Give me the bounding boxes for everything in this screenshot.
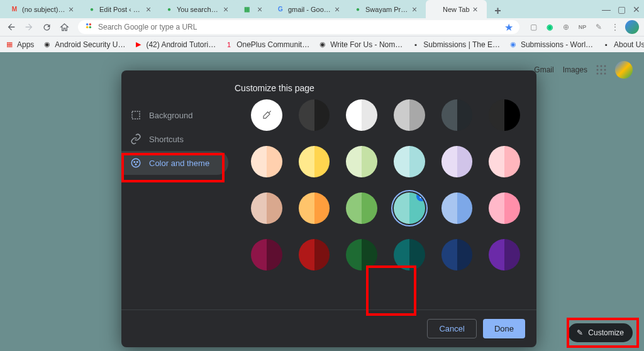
color-swatch[interactable] bbox=[251, 192, 282, 224]
bookmark-item[interactable]: ▪About Us | The Exp… bbox=[602, 40, 644, 49]
bookmark-item[interactable]: ◉Android Security U… bbox=[43, 40, 125, 49]
tab-close-icon[interactable]: × bbox=[335, 5, 343, 14]
bookmark-label: Submissions - Worl… bbox=[521, 40, 593, 49]
images-link[interactable]: Images bbox=[563, 65, 587, 74]
menu-icon[interactable]: ⋮ bbox=[609, 21, 621, 33]
browser-tab[interactable]: ●Swayam Prakasl× bbox=[348, 0, 426, 18]
bookmark-favicon: ▶ bbox=[134, 40, 143, 49]
color-swatch[interactable] bbox=[299, 99, 330, 131]
tab-close-icon[interactable]: × bbox=[257, 5, 266, 14]
color-swatch[interactable] bbox=[299, 239, 330, 270]
color-swatch[interactable] bbox=[489, 239, 520, 270]
tab-close-icon[interactable]: × bbox=[146, 5, 155, 14]
customize-button[interactable]: ✎ Customize bbox=[568, 323, 633, 342]
star-icon[interactable]: ★ bbox=[504, 21, 513, 33]
search-icon bbox=[84, 21, 93, 33]
browser-tab[interactable]: ●Edit Post ‹ Get D× bbox=[82, 0, 160, 18]
sidebar-item-color-and-theme[interactable]: Color and theme bbox=[121, 151, 228, 175]
bookmark-item[interactable]: ◉Write For Us - Nom… bbox=[318, 40, 402, 49]
browser-tab[interactable]: Ggmail - Google S× bbox=[271, 0, 348, 18]
bookmark-item[interactable]: ▦Apps bbox=[5, 40, 34, 49]
bookmark-favicon: ◉ bbox=[509, 40, 518, 49]
color-swatch[interactable] bbox=[299, 146, 330, 177]
color-swatch[interactable] bbox=[251, 146, 282, 177]
sidebar-icon bbox=[130, 133, 142, 145]
color-swatch[interactable] bbox=[441, 146, 473, 177]
color-swatch[interactable] bbox=[489, 146, 520, 177]
omnibox-input[interactable] bbox=[98, 23, 499, 31]
customize-dialog: Customize this page BackgroundShortcutsC… bbox=[121, 70, 536, 347]
apps-icon[interactable] bbox=[596, 65, 606, 75]
color-swatch[interactable] bbox=[394, 99, 425, 131]
tab-favicon: ● bbox=[165, 5, 174, 14]
color-swatch[interactable] bbox=[299, 192, 330, 224]
color-swatch[interactable] bbox=[251, 99, 282, 131]
tab-close-icon[interactable]: × bbox=[473, 5, 482, 14]
cancel-button[interactable]: Cancel bbox=[427, 319, 476, 338]
tab-close-icon[interactable]: × bbox=[223, 5, 232, 14]
browser-tab[interactable]: New Tab× bbox=[426, 0, 487, 18]
tab-close-icon[interactable]: × bbox=[69, 5, 77, 14]
svg-rect-13 bbox=[132, 111, 140, 119]
extension-icon-4[interactable]: NP bbox=[576, 21, 589, 33]
sidebar-icon bbox=[130, 109, 142, 121]
color-swatch[interactable] bbox=[441, 239, 473, 270]
bookmark-item[interactable]: ▪Submissions | The E… bbox=[411, 40, 500, 49]
browser-tab[interactable]: ●You searched fo× bbox=[160, 0, 237, 18]
sidebar-label: Color and theme bbox=[149, 159, 209, 168]
browser-tab[interactable]: M(no subject) - sv× bbox=[5, 0, 82, 18]
window-minimize[interactable]: — bbox=[599, 0, 614, 18]
browser-tab[interactable]: ▦× bbox=[237, 0, 271, 18]
bookmark-item[interactable]: 1OnePlus Communit… bbox=[225, 40, 309, 49]
bookmark-item[interactable]: ▶(42) Android Tutori… bbox=[134, 40, 216, 49]
svg-point-2 bbox=[86, 26, 89, 29]
extension-icon-5[interactable]: ✎ bbox=[592, 21, 605, 33]
extension-icon-3[interactable]: ⊕ bbox=[560, 21, 572, 33]
tab-title: New Tab bbox=[443, 6, 470, 13]
color-swatch[interactable] bbox=[251, 239, 282, 270]
omnibox[interactable]: ★ bbox=[78, 20, 519, 34]
svg-point-1 bbox=[89, 23, 92, 26]
extension-icon-1[interactable]: ▢ bbox=[527, 21, 540, 33]
bookmark-label: Android Security U… bbox=[55, 40, 125, 49]
forward-button[interactable] bbox=[23, 21, 35, 33]
svg-point-0 bbox=[86, 23, 89, 26]
bookmark-label: (42) Android Tutori… bbox=[146, 40, 216, 49]
done-button[interactable]: Done bbox=[483, 319, 525, 338]
color-swatch[interactable] bbox=[346, 99, 377, 131]
home-button[interactable] bbox=[58, 21, 70, 33]
tab-title: (no subject) - sv bbox=[22, 6, 65, 13]
extension-icon-2[interactable]: ◉ bbox=[543, 21, 556, 33]
bookmark-label: Submissions | The E… bbox=[423, 40, 500, 49]
tab-title: Swayam Prakasl bbox=[365, 6, 409, 13]
tab-close-icon[interactable]: × bbox=[412, 5, 421, 14]
bookmark-item[interactable]: ◉Submissions - Worl… bbox=[509, 40, 593, 49]
window-close[interactable]: ✕ bbox=[629, 0, 644, 18]
color-swatch[interactable] bbox=[489, 99, 520, 131]
color-swatch[interactable] bbox=[441, 99, 473, 131]
color-swatch[interactable] bbox=[346, 239, 377, 270]
window-maximize[interactable]: ▢ bbox=[614, 0, 629, 18]
sidebar-label: Shortcuts bbox=[149, 135, 184, 144]
checkmark-icon: ✓ bbox=[416, 192, 425, 201]
color-swatch[interactable] bbox=[394, 239, 425, 270]
bookmark-label: About Us | The Exp… bbox=[614, 40, 644, 49]
color-swatch[interactable] bbox=[394, 146, 425, 177]
color-swatch[interactable]: ✓ bbox=[394, 192, 425, 224]
profile-avatar[interactable] bbox=[625, 20, 639, 34]
gmail-link[interactable]: Gmail bbox=[534, 65, 553, 74]
sidebar-item-shortcuts[interactable]: Shortcuts bbox=[121, 127, 228, 151]
color-swatch[interactable] bbox=[441, 192, 473, 224]
back-button[interactable] bbox=[5, 21, 18, 33]
reload-button[interactable] bbox=[40, 21, 53, 33]
color-swatch[interactable] bbox=[489, 192, 520, 224]
account-avatar[interactable] bbox=[615, 61, 633, 79]
sidebar-item-background[interactable]: Background bbox=[121, 103, 228, 127]
svg-point-15 bbox=[133, 161, 135, 163]
new-tab-button[interactable]: + bbox=[491, 3, 506, 18]
color-swatch[interactable] bbox=[346, 192, 377, 224]
sidebar-label: Background bbox=[149, 111, 192, 120]
svg-point-10 bbox=[597, 73, 599, 75]
color-swatch[interactable] bbox=[346, 146, 377, 177]
dialog-title: Customize this page bbox=[121, 70, 536, 99]
